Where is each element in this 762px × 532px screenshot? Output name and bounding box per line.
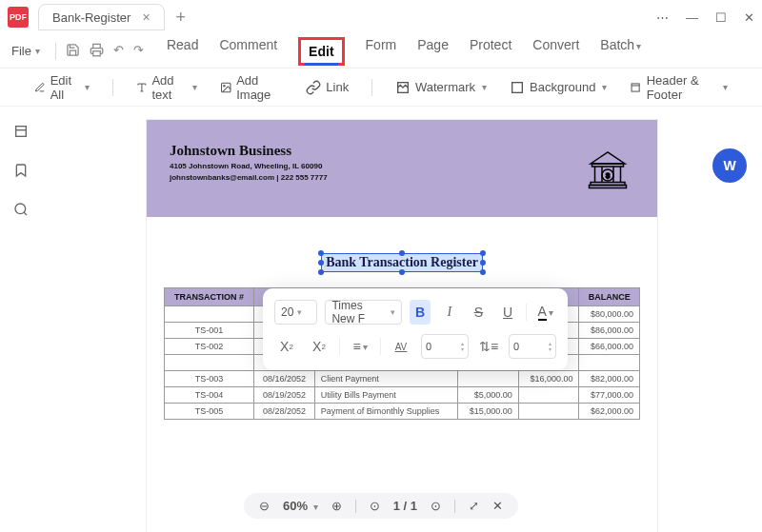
chevron-down-icon: ▾ [549, 307, 553, 318]
strikethrough-button[interactable]: S [468, 300, 490, 325]
chevron-down-icon: ▾ [85, 82, 90, 92]
word-export-fab[interactable]: W [712, 148, 747, 183]
table-row: TS-00308/16/2052Client Payment$16,000.00… [165, 371, 640, 387]
stepper-icon[interactable]: ▴▾ [461, 341, 464, 352]
save-icon[interactable] [66, 43, 80, 60]
chevron-down-icon: ▾ [35, 46, 40, 56]
separator [339, 338, 340, 355]
svg-rect-11 [592, 164, 624, 167]
page-indicator: 1 / 1 [393, 499, 417, 513]
chevron-down-icon: ▾ [192, 82, 197, 92]
menu-comment[interactable]: Comment [219, 37, 277, 66]
resize-handle[interactable] [399, 250, 405, 256]
company-name: Johnstown Business [170, 143, 634, 159]
align-button[interactable]: ≡▾ [348, 334, 372, 359]
col-transaction: TRANSACTION # [165, 288, 254, 306]
file-label: File [11, 44, 31, 58]
svg-point-9 [15, 204, 26, 214]
menu-page[interactable]: Page [417, 37, 449, 66]
maximize-icon[interactable]: ☐ [715, 10, 727, 25]
resize-handle[interactable] [399, 269, 405, 275]
bank-icon: $ [585, 147, 631, 195]
resize-handle[interactable] [480, 269, 486, 275]
font-family-select[interactable]: Times New F▾ [325, 300, 401, 325]
chevron-down-icon: ▾ [297, 307, 302, 317]
prev-page-button[interactable]: ⊙ [370, 499, 380, 513]
text-format-popup: 20▾ Times New F▾ B I S U A▾ X2 X2 ≡▾ AV [263, 288, 568, 370]
close-statusbar-button[interactable]: ✕ [492, 499, 503, 513]
menu-read[interactable]: Read [167, 37, 198, 66]
chevron-down-icon: ▾ [723, 82, 728, 92]
separator [112, 79, 113, 96]
resize-handle[interactable] [480, 260, 486, 266]
subscript-button[interactable]: X2 [307, 334, 331, 359]
redo-icon[interactable]: ↷ [133, 43, 144, 60]
print-icon[interactable] [90, 43, 104, 60]
undo-icon[interactable]: ↶ [113, 43, 124, 60]
svg-rect-7 [16, 127, 27, 137]
font-size-select[interactable]: 20▾ [274, 300, 317, 325]
document-page: Johnstown Business 4105 Johnstown Road, … [147, 120, 657, 532]
zoom-in-button[interactable]: ⊕ [331, 499, 342, 513]
tab-title: Bank-Register [52, 10, 130, 25]
separator [55, 43, 56, 60]
document-header: Johnstown Business 4105 Johnstown Road, … [147, 120, 657, 217]
zoom-out-button[interactable]: ⊖ [259, 499, 270, 513]
link-button[interactable]: Link [306, 80, 349, 95]
stepper-icon[interactable]: ▴▾ [549, 341, 551, 352]
edit-all-button[interactable]: Edit All▾ [34, 73, 90, 102]
separator [380, 338, 381, 355]
close-window-icon[interactable]: ✕ [744, 10, 754, 25]
add-image-button[interactable]: Add Image [220, 73, 284, 102]
add-text-button[interactable]: Add text▾ [136, 73, 197, 102]
bookmark-icon[interactable] [13, 163, 29, 181]
document-title-selection[interactable]: Bank Transaction Register [321, 253, 483, 272]
separator [371, 79, 372, 96]
thumbnails-icon[interactable] [13, 124, 29, 142]
chevron-down-icon: ▾ [482, 82, 487, 92]
table-row: TS-00508/28/2052Payment of Bimonthly Sup… [165, 404, 640, 420]
svg-rect-4 [512, 82, 523, 92]
more-icon[interactable]: ⋯ [656, 10, 669, 25]
underline-button[interactable]: U [497, 300, 519, 325]
text-color-button[interactable]: A▾ [534, 300, 556, 325]
header-footer-button[interactable]: Header & Footer▾ [630, 73, 728, 102]
background-button[interactable]: Background▾ [510, 80, 607, 95]
separator [526, 304, 527, 321]
table-row: TS-00408/19/2052Utility Bills Payment$5,… [165, 387, 640, 404]
resize-handle[interactable] [318, 250, 324, 256]
watermark-button[interactable]: Watermark▾ [395, 80, 487, 95]
char-spacing-icon: AV [389, 334, 413, 359]
minimize-icon[interactable]: — [686, 10, 698, 25]
file-menu[interactable]: File ▾ [11, 44, 40, 58]
resize-handle[interactable] [318, 269, 324, 275]
fullscreen-button[interactable]: ⤢ [469, 499, 479, 513]
chevron-down-icon: ▾ [363, 342, 368, 352]
bold-button[interactable]: B [410, 300, 431, 325]
separator [355, 500, 356, 513]
menu-batch[interactable]: Batch▾ [600, 37, 641, 66]
svg-text:$: $ [606, 171, 611, 180]
app-icon: PDF [8, 7, 29, 28]
svg-rect-5 [632, 83, 639, 90]
svg-rect-19 [590, 186, 627, 188]
menu-form[interactable]: Form [366, 37, 397, 66]
next-page-button[interactable]: ⊙ [431, 499, 441, 513]
document-tab[interactable]: Bank-Register × [38, 4, 165, 30]
superscript-button[interactable]: X2 [274, 334, 299, 359]
resize-handle[interactable] [318, 260, 324, 266]
add-tab-button[interactable]: + [176, 8, 187, 28]
line-spacing-icon: ⇅≡ [476, 334, 501, 359]
svg-point-2 [223, 85, 225, 87]
char-spacing-input[interactable]: 0▴▾ [421, 334, 469, 359]
close-tab-icon[interactable]: × [142, 10, 150, 25]
zoom-level[interactable]: 60% ▾ [283, 499, 318, 513]
menu-edit[interactable]: Edit [298, 37, 344, 66]
menu-protect[interactable]: Protect [470, 37, 511, 66]
resize-handle[interactable] [480, 250, 486, 256]
line-spacing-input[interactable]: 0▴▾ [509, 334, 556, 359]
menu-convert[interactable]: Convert [532, 37, 579, 66]
italic-button[interactable]: I [438, 300, 460, 325]
search-icon[interactable] [13, 202, 29, 220]
separator [454, 500, 455, 513]
